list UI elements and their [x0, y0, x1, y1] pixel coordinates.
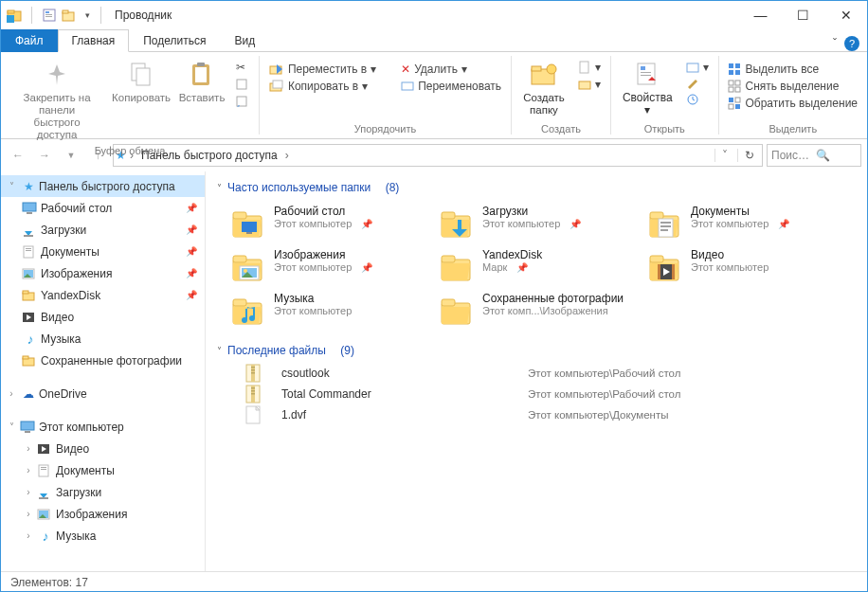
- invert-selection-button[interactable]: Обратить выделение: [724, 96, 861, 111]
- group-files-header[interactable]: ˅Последние файлы (9): [206, 340, 867, 361]
- qat-newfolder-icon[interactable]: [61, 8, 76, 23]
- help-icon[interactable]: ?: [844, 36, 859, 51]
- folder-item[interactable]: ВидеоЭтот компьютер: [642, 245, 850, 289]
- folder-icon: [228, 248, 266, 286]
- sidebar-item[interactable]: YandexDisk📌: [1, 284, 205, 306]
- paste-shortcut-button[interactable]: [232, 94, 253, 109]
- svg-rect-56: [21, 422, 34, 430]
- easy-access-button[interactable]: ▾: [574, 77, 605, 92]
- ribbon: Закрепить на панели быстрого доступа Коп…: [1, 52, 867, 139]
- svg-rect-61: [41, 469, 46, 470]
- svg-rect-100: [251, 387, 255, 389]
- svg-rect-76: [660, 229, 668, 231]
- window-title: Проводник: [115, 9, 172, 22]
- svg-rect-78: [233, 256, 246, 262]
- folder-item[interactable]: МузыкаЭтот компьютер: [225, 289, 433, 332]
- file-row[interactable]: csoutlookЭтот компьютер\Рабочий стол: [225, 363, 867, 384]
- svg-rect-23: [580, 62, 588, 73]
- folder-icon: [437, 292, 475, 330]
- sidebar-item[interactable]: Видео: [1, 306, 205, 328]
- sidebar-item[interactable]: ›Видео: [1, 438, 205, 459]
- svg-rect-59: [39, 465, 48, 476]
- group-select-title: Выделить: [724, 121, 861, 136]
- folder-icon: [437, 205, 475, 242]
- ribbon-collapse-icon[interactable]: ˇ: [833, 37, 837, 50]
- svg-rect-83: [442, 256, 455, 262]
- maximize-button[interactable]: ☐: [782, 1, 824, 29]
- sidebar-item[interactable]: ›♪Музыка: [1, 525, 205, 547]
- sidebar-item[interactable]: Сохраненные фотографии: [1, 350, 205, 371]
- new-folder-button[interactable]: Создать папку: [517, 58, 570, 118]
- svg-rect-74: [660, 222, 671, 224]
- sidebar-item[interactable]: Документы📌: [1, 241, 205, 262]
- svg-rect-92: [442, 299, 455, 306]
- sidebar-item[interactable]: ♪Музыка: [1, 328, 205, 350]
- sidebar-this-pc[interactable]: ˅Этот компьютер: [1, 416, 205, 438]
- cut-button[interactable]: ✂: [232, 60, 253, 75]
- sidebar-quick-access[interactable]: ˅★Панель быстрого доступа: [1, 175, 205, 197]
- refresh-button[interactable]: ↻: [737, 149, 760, 162]
- item-icon: [22, 224, 39, 237]
- svg-rect-96: [251, 369, 255, 371]
- sidebar-item[interactable]: ›Документы: [1, 459, 205, 481]
- history-button[interactable]: [682, 92, 713, 107]
- select-all-button[interactable]: Выделить все: [724, 62, 861, 77]
- copy-button[interactable]: Копировать: [111, 58, 172, 106]
- sidebar-item[interactable]: Загрузки📌: [1, 219, 205, 241]
- svg-rect-48: [26, 250, 31, 251]
- svg-rect-1: [8, 10, 14, 13]
- svg-rect-60: [41, 467, 46, 468]
- qat-properties-icon[interactable]: [42, 8, 57, 23]
- open-button[interactable]: ▾: [682, 60, 713, 75]
- tab-view[interactable]: Вид: [220, 29, 269, 52]
- paste-button[interactable]: Вставить: [175, 58, 228, 106]
- svg-rect-14: [237, 80, 246, 89]
- folder-item[interactable]: Рабочий столЭтот компьютер 📌: [225, 202, 433, 245]
- copy-to-button[interactable]: Копировать в ▾: [265, 79, 380, 94]
- pin-icon: 📌: [186, 246, 205, 257]
- item-icon: [37, 464, 54, 477]
- svg-point-81: [244, 269, 247, 273]
- pin-icon: 📌: [778, 219, 789, 229]
- edit-button[interactable]: [682, 77, 713, 90]
- sidebar-item[interactable]: ›Загрузки: [1, 481, 205, 503]
- close-button[interactable]: ✕: [824, 1, 867, 29]
- pin-icon: 📌: [186, 203, 205, 213]
- item-icon: ♪: [22, 332, 39, 347]
- search-input[interactable]: Поиск: П... 🔍: [767, 144, 861, 167]
- sidebar-onedrive[interactable]: ›☁OneDrive: [1, 383, 205, 404]
- svg-rect-4: [45, 11, 49, 13]
- folder-item[interactable]: ИзображенияЭтот компьютер 📌: [225, 245, 433, 289]
- svg-rect-19: [402, 82, 413, 90]
- tab-home[interactable]: Главная: [58, 29, 130, 52]
- sidebar-item[interactable]: ›Изображения: [1, 503, 205, 525]
- folder-item[interactable]: ДокументыЭтот компьютер 📌: [642, 202, 850, 245]
- file-row[interactable]: Total CommanderЭтот компьютер\Рабочий ст…: [225, 384, 867, 404]
- address-dropdown-icon[interactable]: ˅: [714, 149, 733, 162]
- svg-rect-35: [729, 81, 733, 85]
- file-row[interactable]: 1.dvfЭтот компьютер\Документы: [225, 404, 867, 425]
- minimize-button[interactable]: —: [739, 1, 782, 29]
- tab-file[interactable]: Файл: [1, 29, 58, 52]
- move-to-button[interactable]: Переместить в ▾: [265, 62, 380, 77]
- folder-item[interactable]: ЗагрузкиЭтот компьютер 📌: [433, 202, 642, 245]
- pin-quickaccess-button[interactable]: Закрепить на панели быстрого доступа: [7, 58, 107, 143]
- qat-dropdown-icon[interactable]: ▾: [80, 8, 95, 23]
- group-clipboard-title: Буфер обмена: [7, 143, 253, 158]
- select-none-button[interactable]: Снять выделение: [724, 79, 861, 94]
- svg-rect-24: [579, 81, 590, 89]
- sidebar-item[interactable]: Изображения📌: [1, 262, 205, 284]
- pin-icon: 📌: [186, 268, 205, 278]
- svg-rect-87: [658, 264, 660, 279]
- new-item-button[interactable]: ▾: [574, 60, 605, 75]
- folder-item[interactable]: Сохраненные фотографииЭтот комп...\Изобр…: [433, 289, 642, 332]
- copy-path-button[interactable]: [232, 77, 253, 92]
- properties-button[interactable]: Свойства▾: [617, 58, 678, 118]
- delete-button[interactable]: ✕Удалить ▾: [397, 62, 505, 77]
- group-folders-header[interactable]: ˅Часто используемые папки (8): [206, 177, 867, 198]
- item-icon: [22, 268, 39, 279]
- tab-share[interactable]: Поделиться: [129, 29, 220, 52]
- folder-item[interactable]: YandexDiskМарк 📌: [433, 245, 642, 289]
- sidebar-item[interactable]: Рабочий стол📌: [1, 197, 205, 219]
- rename-button[interactable]: Переименовать: [397, 79, 505, 94]
